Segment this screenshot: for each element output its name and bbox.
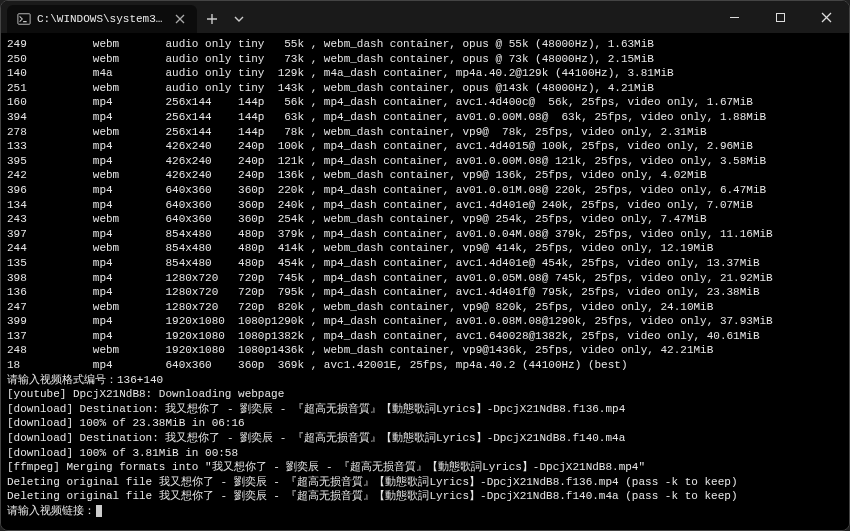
- cursor: [96, 505, 102, 517]
- terminal-output[interactable]: 249 webm audio only tiny 55k , webm_dash…: [1, 33, 849, 530]
- tab-close-button[interactable]: [173, 12, 187, 26]
- cmd-icon: [17, 12, 31, 26]
- titlebar: C:\WINDOWS\system32\cmd.: [1, 1, 849, 33]
- close-button[interactable]: [803, 1, 849, 33]
- chevron-down-icon: [234, 14, 244, 24]
- svg-rect-0: [18, 14, 30, 25]
- prompt-line: 请输入视频链接：: [7, 505, 95, 517]
- maximize-button[interactable]: [757, 1, 803, 33]
- svg-rect-7: [776, 13, 784, 21]
- tab-label: C:\WINDOWS\system32\cmd.: [37, 13, 167, 25]
- new-tab-button[interactable]: [197, 5, 227, 33]
- terminal-window: C:\WINDOWS\system32\cmd. 249: [0, 0, 850, 531]
- minimize-button[interactable]: [711, 1, 757, 33]
- window-controls: [711, 1, 849, 33]
- tab-active[interactable]: C:\WINDOWS\system32\cmd.: [7, 5, 197, 33]
- tab-dropdown-button[interactable]: [227, 5, 251, 33]
- minimize-icon: [729, 12, 740, 23]
- maximize-icon: [775, 12, 786, 23]
- close-icon: [821, 12, 832, 23]
- plus-icon: [206, 13, 218, 25]
- tabs-area: C:\WINDOWS\system32\cmd.: [1, 1, 251, 33]
